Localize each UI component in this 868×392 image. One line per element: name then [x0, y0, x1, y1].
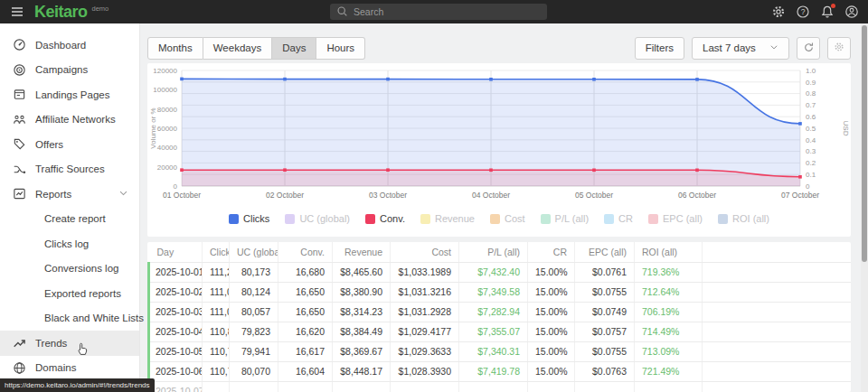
sidebar-item-label: Reports — [35, 189, 71, 200]
sidebar-item-label: Conversions log — [44, 263, 118, 274]
sidebar-item-domains[interactable]: Domains — [0, 356, 139, 381]
table-row[interactable]: 2025-10-02111,0080,12416,650$8,380.90$1,… — [149, 282, 852, 302]
cell-epc-all: $0.0755 — [575, 341, 635, 361]
column-header-day[interactable]: Day — [149, 242, 203, 262]
cell-uc-global: 80,124 — [230, 282, 278, 302]
legend-swatch — [604, 214, 614, 224]
campaigns-icon — [13, 63, 26, 77]
column-header-clicks[interactable]: Clicks — [203, 242, 230, 262]
cell-clicks: 110,70 — [203, 361, 230, 381]
table-row[interactable]: 2025-10-04110,8079,82316,620$8,384.49$1,… — [149, 322, 852, 341]
legend-item-p-l-all[interactable]: P/L (all) — [541, 213, 590, 224]
profile-icon[interactable] — [844, 5, 859, 19]
search-input[interactable] — [354, 6, 534, 17]
legend-swatch — [420, 214, 430, 224]
sidebar-item-clicks-log[interactable]: Clicks log — [0, 231, 139, 257]
menu-icon[interactable] — [0, 5, 34, 19]
cell-clicks: 111,00 — [203, 282, 230, 302]
period-tabs: MonthsWeekdaysDaysHours — [147, 37, 365, 60]
sidebar-item-landings-pages[interactable]: Landings Pages — [0, 82, 139, 107]
legend-label: Cost — [505, 213, 525, 224]
search-box[interactable] — [330, 4, 547, 20]
cell-roi-all — [635, 381, 703, 392]
sidebar-item-exported-reports[interactable]: Exported reports — [0, 281, 139, 306]
demo-badge: demo — [92, 5, 109, 13]
sidebar-item-conversions-log[interactable]: Conversions log — [0, 257, 139, 282]
column-header-cost[interactable]: Cost — [391, 242, 459, 262]
cell-day: 2025-10-01 — [149, 262, 203, 282]
legend-item-cr[interactable]: CR — [604, 213, 633, 224]
legend-item-clicks[interactable]: Clicks — [229, 213, 269, 224]
table-row[interactable]: 2025-10-06110,7080,07016,604$8,448.17$1,… — [149, 361, 852, 381]
trends-table: DayClicksUC (global)Conv.RevenueCostP/L … — [147, 242, 851, 392]
tab-hours[interactable]: Hours — [316, 37, 365, 60]
table-header-row: DayClicksUC (global)Conv.RevenueCostP/L … — [149, 242, 852, 262]
chart-settings-button[interactable] — [827, 37, 851, 60]
date-range-select[interactable]: Last 7 days — [692, 37, 789, 60]
trends-chart-card: 02000040000600008000010000012000000.10.2… — [147, 63, 851, 237]
table-row[interactable]: 2025-10-03111,0080,05716,650$8,314.23$1,… — [149, 302, 852, 322]
help-icon[interactable]: ? — [796, 5, 810, 19]
sidebar-item-create-report[interactable]: Create report — [0, 207, 139, 232]
sidebar-item-label: Trends — [35, 338, 67, 349]
sidebar-item-traffic-sources[interactable]: Traffic Sources — [0, 157, 139, 182]
settings-icon[interactable] — [771, 5, 786, 19]
column-header-roi-all[interactable]: ROI (all) — [635, 242, 703, 262]
legend-item-conv[interactable]: Conv. — [365, 213, 405, 224]
svg-text:0.8: 0.8 — [806, 89, 816, 98]
cell-cr — [528, 381, 575, 392]
table-row[interactable]: 2025-10-05110,7979,94116,617$8,369.67$1,… — [149, 341, 852, 361]
svg-text:0.2: 0.2 — [806, 159, 816, 167]
cell-clicks: 110,79 — [203, 341, 230, 361]
cell-day: 2025-10-07 — [149, 381, 203, 392]
svg-text:05 October: 05 October — [575, 191, 613, 200]
svg-text:0.5: 0.5 — [806, 125, 816, 133]
tab-months[interactable]: Months — [147, 37, 203, 60]
legend-label: CR — [618, 213, 633, 224]
sidebar-item-offers[interactable]: Offers — [0, 132, 139, 157]
scrollbar-thumb[interactable] — [862, 25, 867, 262]
legend-item-uc-global[interactable]: UC (global) — [285, 213, 350, 224]
cell-roi-all: 713.09% — [635, 341, 703, 361]
sidebar-item-dashboard[interactable]: Dashboard — [0, 33, 139, 58]
cell-conv: 16,620 — [278, 322, 333, 341]
status-url-tooltip: https://demo.keitaro.io/admin/#!/trends/… — [0, 378, 155, 392]
svg-text:100000: 100000 — [153, 86, 177, 94]
cell-epc-all — [575, 381, 635, 392]
legend-item-cost[interactable]: Cost — [490, 213, 525, 224]
legend-item-epc-all[interactable]: EPC (all) — [648, 213, 703, 224]
sidebar-item-black-and-white-lists[interactable]: Black and White Lists — [0, 306, 139, 331]
legend-swatch — [490, 214, 500, 224]
column-header-revenue[interactable]: Revenue — [333, 242, 391, 262]
sidebar-item-trends[interactable]: Trends — [0, 331, 139, 356]
refresh-button[interactable] — [797, 37, 820, 60]
sidebar-item-label: Traffic Sources — [35, 163, 105, 174]
column-header-cr[interactable]: CR — [528, 242, 575, 262]
sidebar-item-affiliate-networks[interactable]: Affiliate Networks — [0, 107, 139, 133]
cell-cr: 15.00% — [528, 302, 575, 322]
cell-uc-global: 80,070 — [230, 361, 278, 381]
filters-button[interactable]: Filters — [635, 37, 684, 60]
sidebar-item-label: Exported reports — [44, 288, 121, 299]
cell-conv: 16,604 — [278, 361, 333, 381]
table-row[interactable]: 2025-10-07 — [149, 381, 852, 392]
app-logo[interactable]: Keitaro — [34, 0, 88, 23]
column-header-p-l-all[interactable]: P/L (all) — [459, 242, 528, 262]
legend-item-roi-all[interactable]: ROI (all) — [718, 213, 769, 224]
column-header-uc-global[interactable]: UC (global) — [230, 242, 278, 262]
main-content: MonthsWeekdaysDaysHours Filters Last 7 d… — [147, 23, 851, 392]
sidebar: DashboardCampaignsLandings PagesAffiliat… — [0, 23, 140, 392]
svg-text:Volume or %: Volume or % — [149, 107, 157, 148]
sidebar-item-campaigns[interactable]: Campaigns — [0, 58, 139, 83]
legend-item-revenue[interactable]: Revenue — [420, 213, 475, 224]
tab-weekdays[interactable]: Weekdays — [203, 37, 272, 60]
tab-days[interactable]: Days — [272, 37, 316, 60]
table-row[interactable]: 2025-10-01111,2180,17316,680$8,465.60$1,… — [149, 262, 852, 282]
column-header-conv[interactable]: Conv. — [278, 242, 333, 262]
column-header-epc-all[interactable]: EPC (all) — [575, 242, 635, 262]
cell-day: 2025-10-05 — [149, 341, 203, 361]
page-scrollbar[interactable] — [861, 23, 868, 392]
notifications-icon[interactable] — [820, 5, 835, 19]
svg-text:0.7: 0.7 — [806, 101, 816, 109]
sidebar-item-reports[interactable]: Reports — [0, 182, 139, 207]
